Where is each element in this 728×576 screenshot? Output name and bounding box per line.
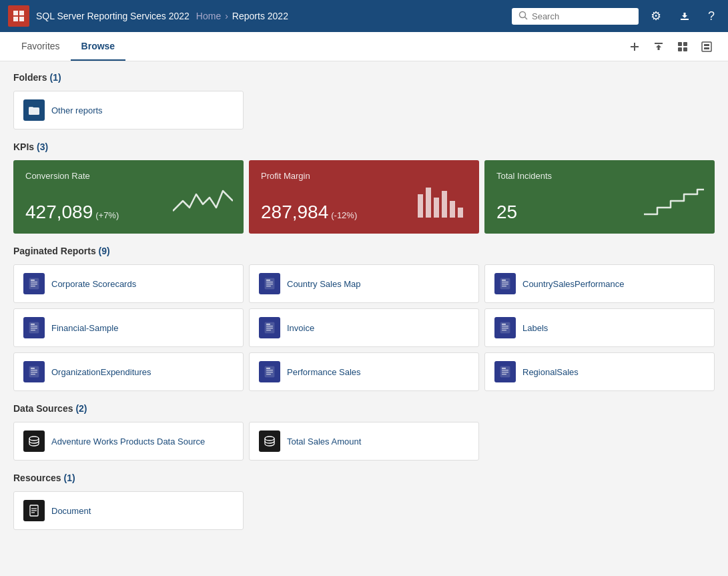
paginated-label: Paginated Reports — [13, 246, 96, 256]
svg-rect-46 — [266, 326, 273, 326]
svg-rect-51 — [502, 326, 508, 326]
report-item-5[interactable]: Labels — [484, 308, 715, 347]
svg-rect-40 — [31, 324, 35, 325]
search-input[interactable] — [532, 11, 632, 21]
grid-view-button[interactable] — [672, 36, 693, 57]
app-logo — [8, 5, 29, 27]
svg-rect-16 — [704, 47, 709, 49]
report-icon — [494, 317, 516, 338]
kpi-conversion-rate-chart — [173, 184, 233, 223]
svg-rect-38 — [502, 286, 506, 286]
kpi-conversion-rate-value: 427,089 — [25, 202, 93, 223]
resource-item-label: Document — [51, 506, 91, 516]
svg-rect-14 — [702, 42, 711, 51]
svg-rect-58 — [31, 374, 35, 374]
report-item-8[interactable]: RegionalSales — [484, 352, 715, 391]
datasources-section-header: Data Sources (2) — [13, 403, 715, 414]
svg-rect-67 — [502, 372, 508, 372]
svg-rect-30 — [266, 280, 270, 281]
svg-rect-36 — [502, 282, 508, 282]
kpi-conversion-rate[interactable]: Conversion Rate 427,089 (+7%) — [13, 160, 244, 234]
kpi-total-incidents[interactable]: Total Incidents 25 — [484, 160, 715, 234]
resources-count: (1) — [63, 473, 75, 483]
search-icon — [518, 11, 528, 22]
report-icon — [259, 273, 280, 294]
report-item-1[interactable]: Country Sales Map — [249, 264, 479, 303]
kpi-profit-margin-title: Profit Margin — [261, 171, 467, 181]
kpi-conversion-rate-change: (+7%) — [95, 210, 119, 220]
toolbar-icons — [624, 36, 717, 57]
svg-rect-17 — [29, 107, 39, 115]
folder-icon — [23, 99, 45, 121]
resource-icon — [23, 500, 45, 521]
svg-rect-37 — [502, 284, 508, 284]
upload-button[interactable] — [648, 36, 669, 57]
new-button[interactable] — [624, 36, 645, 57]
datasource-item-0[interactable]: Adventure Works Products Data Source — [13, 422, 244, 461]
svg-rect-11 — [683, 42, 687, 46]
report-item-label: Country Sales Map — [287, 279, 361, 289]
report-item-4[interactable]: Invoice — [249, 308, 479, 347]
folders-grid: Other reports — [13, 91, 715, 129]
tab-browse[interactable]: Browse — [71, 33, 126, 61]
paginated-section-header: Paginated Reports (9) — [13, 246, 715, 256]
paginated-count: (9) — [99, 246, 110, 256]
kpis-count: (3) — [37, 141, 48, 152]
breadcrumb: Home › Reports 2022 — [196, 11, 288, 21]
resource-item-0[interactable]: Document — [13, 491, 244, 530]
svg-rect-1 — [19, 11, 24, 15]
main-content: Folders (1) Other reports KPIs (3) Conve… — [0, 61, 728, 576]
svg-point-4 — [519, 11, 525, 17]
svg-rect-21 — [442, 191, 447, 218]
breadcrumb-current: Reports 2022 — [232, 11, 288, 21]
tab-favorites[interactable]: Favorites — [11, 33, 71, 61]
tabs-bar: Favorites Browse — [0, 32, 728, 61]
report-item-label: CountrySalesPerformance — [522, 279, 624, 289]
breadcrumb-home[interactable]: Home — [196, 11, 221, 21]
svg-rect-60 — [266, 368, 270, 369]
kpi-profit-margin-change: (-12%) — [331, 210, 357, 220]
svg-point-70 — [265, 437, 274, 441]
svg-rect-35 — [502, 280, 506, 281]
tile-view-button[interactable] — [696, 36, 717, 57]
report-item-2[interactable]: CountrySalesPerformance — [484, 264, 715, 303]
report-icon — [23, 273, 45, 294]
download-button[interactable] — [673, 7, 696, 25]
svg-rect-12 — [678, 47, 682, 51]
svg-rect-32 — [266, 284, 273, 284]
kpi-conversion-rate-title: Conversion Rate — [25, 171, 232, 181]
svg-rect-66 — [502, 370, 508, 370]
svg-rect-65 — [502, 368, 506, 369]
svg-rect-10 — [678, 42, 682, 46]
datasource-item-1[interactable]: Total Sales Amount — [249, 422, 479, 461]
svg-rect-28 — [31, 286, 35, 286]
datasource-item-label: Adventure Works Products Data Source — [51, 437, 205, 447]
help-button[interactable]: ? — [703, 7, 720, 26]
kpi-profit-margin[interactable]: Profit Margin 287,984 (-12%) — [249, 160, 479, 234]
datasource-item-label: Total Sales Amount — [287, 437, 361, 447]
svg-rect-19 — [426, 188, 431, 218]
svg-rect-48 — [266, 330, 271, 330]
svg-rect-9 — [655, 43, 663, 44]
svg-rect-2 — [13, 17, 18, 21]
datasources-label: Data Sources — [13, 403, 73, 414]
report-item-label: Labels — [522, 323, 548, 333]
kpis-label: KPIs — [13, 141, 34, 152]
folders-section-header: Folders (1) — [13, 72, 715, 83]
report-item-7[interactable]: Performance Sales — [249, 352, 479, 391]
folder-item-other-reports[interactable]: Other reports — [13, 91, 244, 129]
svg-rect-26 — [31, 282, 37, 282]
resources-section-header: Resources (1) — [13, 473, 715, 483]
kpi-total-incidents-title: Total Incidents — [496, 171, 703, 181]
datasources-count: (2) — [75, 403, 87, 414]
report-item-6[interactable]: OrganizationExpenditures — [13, 352, 244, 391]
svg-rect-62 — [266, 372, 273, 372]
kpi-profit-margin-value: 287,984 — [261, 202, 328, 223]
settings-button[interactable]: ⚙ — [645, 6, 667, 26]
svg-rect-56 — [31, 370, 37, 370]
report-item-label: RegionalSales — [522, 367, 579, 377]
report-item-3[interactable]: Financial-Sample — [13, 308, 244, 347]
search-box[interactable] — [512, 8, 639, 25]
report-item-0[interactable]: Corporate Scorecards — [13, 264, 244, 303]
svg-rect-20 — [434, 198, 439, 218]
